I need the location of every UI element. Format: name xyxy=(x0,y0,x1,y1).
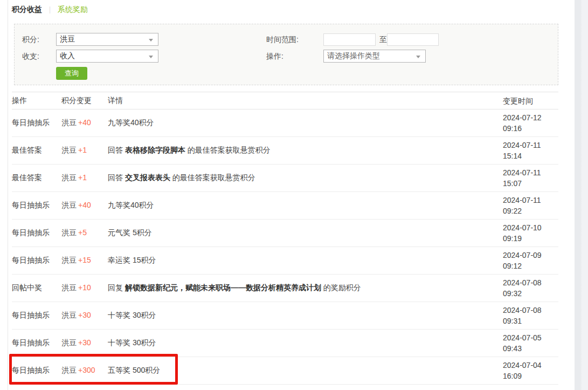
currency-text: 洪豆 xyxy=(61,118,77,127)
cell-detail: 回复 解锁数据新纪元，赋能未来职场——数据分析精英养成计划 的奖励积分 xyxy=(108,283,503,293)
table-row: 每日抽抽乐 洪豆+15 幸运奖 15积分 2024-07-09 09:12 xyxy=(12,247,558,275)
amount-text: +5 xyxy=(78,228,87,237)
tab-system-rewards[interactable]: 系统奖励 xyxy=(58,5,88,15)
cell-operation: 每日抽抽乐 xyxy=(12,311,61,320)
cell-detail: 十等奖 30积分 xyxy=(108,311,503,320)
cell-change-time: 2024-07-08 09:32 xyxy=(503,277,558,299)
table-row-highlighted: 每日抽抽乐 洪豆+300 五等奖 500积分 2024-07-04 16:09 xyxy=(12,357,558,385)
cell-change-time: 2024-07-04 16:09 xyxy=(503,360,558,381)
table-row: 回帖中奖 洪豆+10 回复 解锁数据新纪元，赋能未来职场——数据分析精英养成计划… xyxy=(12,275,558,302)
currency-text: 洪豆 xyxy=(61,311,77,319)
cell-points-change: 洪豆+30 xyxy=(61,311,108,320)
points-label: 积分: xyxy=(22,33,39,46)
chevron-down-icon xyxy=(149,39,153,42)
detail-text: 的最佳答案获取悬赏积分 xyxy=(185,146,271,154)
scrollbar-track[interactable] xyxy=(575,0,588,390)
currency-text: 洪豆 xyxy=(61,228,77,237)
cell-points-change: 洪豆+40 xyxy=(61,201,108,210)
cell-detail: 回答 表格移除字段脚本 的最佳答案获取悬赏积分 xyxy=(108,146,503,155)
time-from-input[interactable] xyxy=(323,33,376,46)
balance-select-value: 收入 xyxy=(60,51,75,61)
cell-change-time: 2024-07-08 09:31 xyxy=(503,305,558,326)
time-range-label: 时间范围: xyxy=(266,33,299,46)
action-label: 操作: xyxy=(266,50,283,63)
cell-operation: 每日抽抽乐 xyxy=(12,118,61,128)
detail-text: 的最佳答案获取悬赏积分 xyxy=(170,173,255,182)
amount-text: +30 xyxy=(78,311,91,319)
cell-detail: 元气奖 5积分 xyxy=(108,228,503,238)
action-select[interactable]: 请选择操作类型 xyxy=(323,50,426,63)
currency-text: 洪豆 xyxy=(61,366,77,374)
cell-change-time: 2024-07-09 09:12 xyxy=(503,250,558,271)
cell-change-time: 2024-07-11 15:07 xyxy=(503,167,558,189)
detail-bold-text: 表格移除字段脚本 xyxy=(125,146,185,154)
cell-points-change: 洪豆+1 xyxy=(61,173,108,183)
cell-operation: 最佳答案 xyxy=(12,146,61,155)
cell-detail: 九等奖40积分 xyxy=(108,118,503,128)
table-row: 每日抽抽乐 洪豆+40 九等奖40积分 2024-07-12 09:16 xyxy=(12,110,558,137)
table-row: 每日抽抽乐 洪豆+5 元气奖 5积分 2024-07-10 09:19 xyxy=(12,220,558,247)
cell-points-change: 洪豆+10 xyxy=(61,283,108,293)
chevron-down-icon xyxy=(416,56,420,58)
cell-change-time: 2024-07-12 09:16 xyxy=(503,112,558,134)
header-operation: 操作 xyxy=(12,96,61,106)
cell-change-time: 2024-07-05 09:43 xyxy=(503,332,558,354)
to-text: 至 xyxy=(379,33,387,46)
cell-points-change: 洪豆+15 xyxy=(61,256,108,265)
cell-operation: 回帖中奖 xyxy=(12,283,61,293)
amount-text: +40 xyxy=(78,201,91,209)
header-detail: 详情 xyxy=(108,96,503,106)
cell-operation: 每日抽抽乐 xyxy=(12,201,61,210)
balance-label: 收支: xyxy=(22,50,39,63)
detail-text: 回答 xyxy=(108,146,125,154)
cell-operation: 每日抽抽乐 xyxy=(12,338,61,348)
header-change-time: 变更时间 xyxy=(503,95,558,106)
detail-text: 九等奖40积分 xyxy=(108,118,154,127)
detail-text: 回复 xyxy=(108,283,125,292)
cell-detail: 十等奖 30积分 xyxy=(108,338,503,348)
detail-text: 十等奖 30积分 xyxy=(108,311,156,319)
detail-text: 幸运奖 15积分 xyxy=(108,256,156,264)
amount-text: +15 xyxy=(78,256,91,264)
points-select[interactable]: 洪豆 xyxy=(56,33,158,46)
currency-text: 洪豆 xyxy=(61,338,77,347)
table-row: 最佳答案 洪豆+1 回答 表格移除字段脚本 的最佳答案获取悬赏积分 2024-0… xyxy=(12,137,558,165)
points-history-table: 操作 积分变更 详情 变更时间 每日抽抽乐 洪豆+40 九等奖40积分 2024… xyxy=(12,92,558,385)
cell-operation: 每日抽抽乐 xyxy=(12,228,61,238)
table-row: 每日抽抽乐 洪豆+30 十等奖 30积分 2024-07-08 09:31 xyxy=(12,302,558,330)
currency-text: 洪豆 xyxy=(61,201,77,209)
detail-text: 回答 xyxy=(108,173,125,182)
chevron-down-icon xyxy=(149,56,153,58)
points-select-value: 洪豆 xyxy=(60,35,75,44)
content-left-border xyxy=(8,0,8,390)
cell-change-time: 2024-07-10 09:19 xyxy=(503,222,558,244)
tab-points-earnings[interactable]: 积分收益 xyxy=(12,5,42,15)
amount-text: +1 xyxy=(78,173,87,182)
cell-detail: 五等奖 500积分 xyxy=(108,366,503,375)
tab-separator: ｜ xyxy=(46,5,53,15)
detail-bold-text: 解锁数据新纪元，赋能未来职场——数据分析精英养成计划 xyxy=(125,283,321,292)
currency-text: 洪豆 xyxy=(61,283,77,292)
table-header-row: 操作 积分变更 详情 变更时间 xyxy=(12,92,558,110)
cell-points-change: 洪豆+300 xyxy=(61,366,108,375)
cell-points-change: 洪豆+30 xyxy=(61,338,108,348)
cell-detail: 幸运奖 15积分 xyxy=(108,256,503,265)
cell-operation: 最佳答案 xyxy=(12,173,61,183)
query-button[interactable]: 查询 xyxy=(56,67,87,80)
time-to-input[interactable] xyxy=(387,33,439,46)
cell-points-change: 洪豆+1 xyxy=(61,146,108,155)
detail-text: 十等奖 30积分 xyxy=(108,338,156,347)
detail-text: 元气奖 5积分 xyxy=(108,228,152,237)
currency-text: 洪豆 xyxy=(61,146,77,154)
currency-text: 洪豆 xyxy=(61,173,77,182)
balance-select[interactable]: 收入 xyxy=(56,50,158,63)
amount-text: +300 xyxy=(78,366,95,374)
header-points-change: 积分变更 xyxy=(61,96,108,106)
detail-text: 五等奖 500积分 xyxy=(108,366,160,374)
amount-text: +1 xyxy=(78,146,87,154)
cell-points-change: 洪豆+5 xyxy=(61,228,108,238)
cell-detail: 回答 交叉报表表头 的最佳答案获取悬赏积分 xyxy=(108,173,503,183)
cell-change-time: 2024-07-11 09:22 xyxy=(503,195,558,216)
table-row: 最佳答案 洪豆+1 回答 交叉报表表头 的最佳答案获取悬赏积分 2024-07-… xyxy=(12,165,558,192)
tab-bar: 积分收益 ｜ 系统奖励 xyxy=(12,5,88,15)
